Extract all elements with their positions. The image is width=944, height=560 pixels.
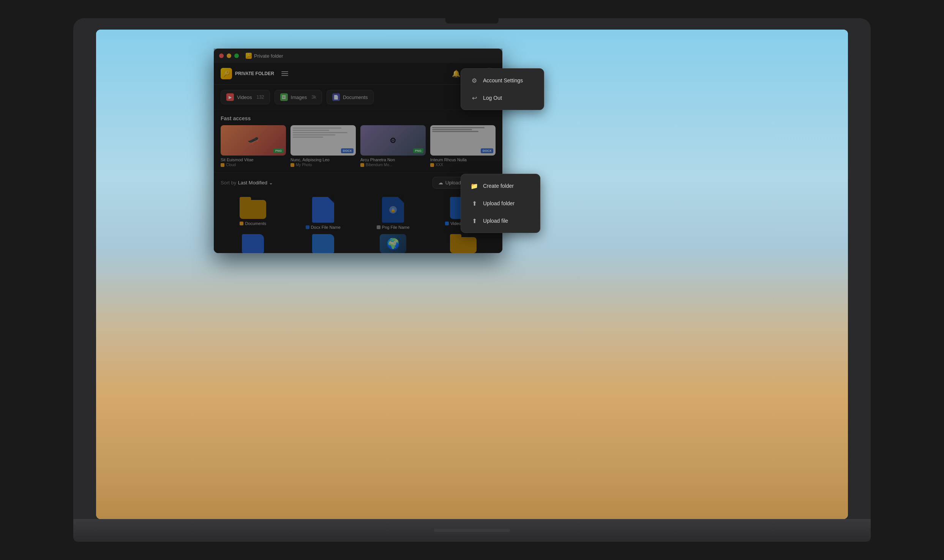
create-folder-item[interactable]: 📁 Create folder [464, 177, 537, 195]
account-settings-item[interactable]: ⚙ Account Settings [464, 72, 541, 89]
account-dropdown: ⚙ Account Settings ↩ Log Out [461, 68, 544, 110]
dim-overlay [214, 63, 502, 253]
upload-dropdown: 📁 Create folder ⬆ Upload folder ⬆ Upload… [461, 174, 540, 233]
upload-file-item[interactable]: ⬆ Upload file [464, 212, 537, 230]
laptop-base [73, 519, 871, 542]
log-out-item[interactable]: ↩ Log Out [464, 89, 541, 107]
upload-file-icon: ⬆ [470, 217, 478, 225]
logout-icon: ↩ [470, 94, 478, 102]
upload-file-label: Upload file [483, 218, 508, 224]
upload-folder-item[interactable]: ⬆ Upload folder [464, 195, 537, 212]
account-settings-label: Account Settings [483, 77, 523, 83]
laptop-base-detail [434, 529, 510, 532]
app-window: 🔑 Private folder 🔑 PRIVATE FOLDER [214, 49, 502, 253]
folder-plus-icon: 📁 [470, 182, 478, 190]
laptop-outer: 🔑 Private folder 🔑 PRIVATE FOLDER [73, 18, 871, 542]
create-folder-label: Create folder [483, 183, 514, 189]
app-content: 🔑 PRIVATE FOLDER 🔔 🔍 [214, 63, 502, 253]
laptop-notch [445, 18, 499, 24]
upload-folder-icon: ⬆ [470, 199, 478, 208]
gear-icon: ⚙ [470, 76, 478, 85]
upload-folder-label: Upload folder [483, 200, 515, 206]
laptop-screen: 🔑 Private folder 🔑 PRIVATE FOLDER [96, 30, 848, 519]
log-out-label: Log Out [483, 95, 502, 101]
